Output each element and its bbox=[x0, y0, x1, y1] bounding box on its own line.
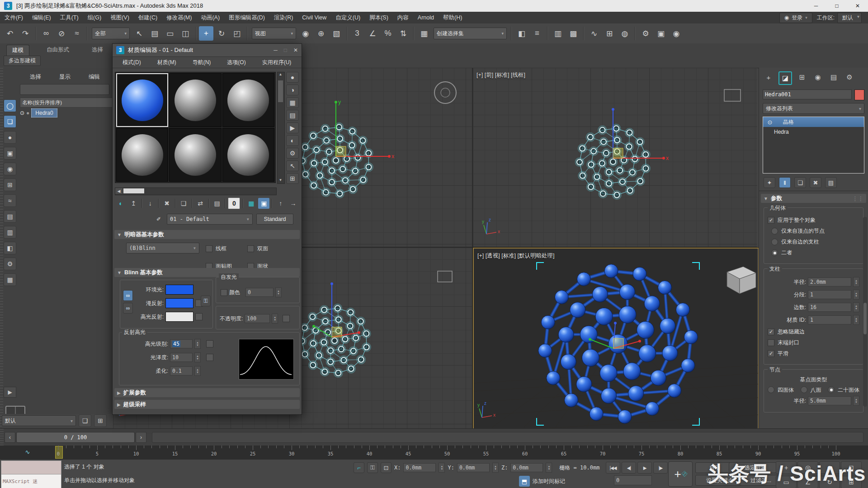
show-end-result-button[interactable]: ▣ bbox=[258, 198, 269, 209]
med-minimize-button[interactable]: ─ bbox=[274, 47, 278, 53]
slots-horizontal-scrollbar[interactable]: ◀ bbox=[115, 188, 277, 195]
soften-field[interactable]: 0.1 bbox=[170, 366, 193, 375]
put-to-library-button[interactable]: ▤ bbox=[212, 198, 223, 209]
rendered-frame-button[interactable]: ▣ bbox=[654, 26, 668, 41]
isolate-selection-toggle[interactable]: ⬒ bbox=[519, 476, 530, 487]
material-options-button[interactable]: ⚙ bbox=[286, 148, 299, 159]
render-setup-button[interactable]: ⚙ bbox=[638, 26, 653, 41]
tab-create[interactable]: + bbox=[763, 71, 774, 83]
explorer-row-hedra[interactable]: ⊙ ● Hedra0 bbox=[20, 108, 108, 117]
gloss-spinner[interactable]: ▲▼ bbox=[194, 352, 201, 362]
display-none-filter[interactable]: ◯ bbox=[4, 99, 16, 112]
previous-key-button[interactable]: ‹ bbox=[5, 432, 15, 443]
material-type-button[interactable]: Standard bbox=[256, 214, 293, 225]
sample-slot-1[interactable] bbox=[116, 73, 168, 127]
menu-item[interactable]: 动画(A) bbox=[196, 12, 224, 23]
checkbox-平滑[interactable]: ✓平滑 bbox=[768, 350, 859, 357]
object-color-swatch[interactable] bbox=[854, 89, 864, 100]
minimize-button[interactable]: ─ bbox=[806, 0, 826, 12]
display-groups-filter[interactable]: ▤ bbox=[4, 210, 16, 223]
display-xrefs-filter[interactable]: ▥ bbox=[4, 226, 16, 239]
select-and-link-button[interactable]: ∞ bbox=[39, 26, 53, 41]
radio-八面[interactable]: 八面 bbox=[801, 386, 821, 393]
diffuse-color-swatch[interactable] bbox=[165, 298, 193, 308]
material-id-spinner[interactable]: ▲▼ bbox=[853, 315, 859, 325]
show-end-result-toggle[interactable]: ‖ bbox=[779, 177, 791, 188]
sample-slot-3[interactable] bbox=[222, 73, 274, 127]
video-color-check-button[interactable]: ▶ bbox=[286, 122, 299, 133]
sides-spinner[interactable]: ▲▼ bbox=[853, 302, 859, 312]
go-to-parent-button[interactable]: ↑ bbox=[275, 198, 286, 209]
med-maximize-button[interactable]: □ bbox=[284, 47, 287, 53]
rectangular-selection-button[interactable]: ▭ bbox=[163, 26, 177, 41]
gloss-map-button[interactable] bbox=[206, 354, 213, 361]
viewport-perspective-active[interactable]: [+] [透视] [标准] [默认明暗处理] xyz bbox=[473, 248, 759, 430]
align-button[interactable]: ≡ bbox=[530, 26, 544, 41]
menu-item[interactable]: 导航(N) bbox=[188, 59, 216, 66]
menu-item[interactable]: 内容 bbox=[393, 12, 413, 23]
maximize-button[interactable]: □ bbox=[826, 0, 847, 12]
ambient-color-swatch[interactable] bbox=[165, 285, 193, 295]
set-key-big-button[interactable]: +⚿ bbox=[668, 461, 693, 487]
menu-item[interactable]: 自定义(U) bbox=[331, 12, 365, 23]
ambient-diffuse-lock-button[interactable]: ∞ bbox=[123, 290, 133, 301]
x-coordinate-field[interactable]: 0.0mm bbox=[403, 463, 436, 472]
ribbon-tab-建模[interactable]: 建模 bbox=[6, 45, 29, 56]
undo-button[interactable]: ↶ bbox=[3, 26, 17, 41]
opacity-map-button[interactable] bbox=[283, 315, 290, 322]
next-key-button[interactable]: › bbox=[136, 432, 146, 443]
y-coordinate-field[interactable]: 0.0mm bbox=[457, 463, 490, 472]
shader-type-dropdown[interactable]: (B)Blinn bbox=[126, 243, 199, 253]
checkbox-双面[interactable]: 双面 bbox=[247, 245, 287, 253]
timeline-grip[interactable] bbox=[0, 429, 4, 446]
explorer-pick-button[interactable]: ⊞ bbox=[94, 414, 107, 427]
checkbox-线框[interactable]: 线框 bbox=[206, 245, 245, 253]
x-spinner[interactable]: ▲▼ bbox=[439, 463, 445, 473]
close-button[interactable]: ✕ bbox=[847, 0, 868, 12]
soften-spinner[interactable]: ▲▼ bbox=[194, 366, 201, 376]
display-shapes-filter[interactable]: ❏ bbox=[4, 115, 16, 128]
selfillum-spinner[interactable]: ▲▼ bbox=[275, 287, 282, 297]
select-by-name-button[interactable]: ▤ bbox=[147, 26, 162, 41]
make-preview-button[interactable]: ◐ bbox=[286, 135, 299, 146]
menu-item[interactable]: 图形编辑器(D) bbox=[224, 12, 269, 23]
explorer-search-input[interactable] bbox=[20, 84, 109, 95]
angle-snap-button[interactable]: ∠ bbox=[365, 26, 380, 41]
spinner-snap-button[interactable]: ⇅ bbox=[396, 26, 410, 41]
supersampling-rollout[interactable]: ▶超级采样 bbox=[114, 400, 300, 409]
command-panel-scrollbar[interactable] bbox=[863, 217, 867, 407]
modifier-eye-icon[interactable]: ⊙ bbox=[766, 119, 774, 126]
menu-item[interactable]: 视图(V) bbox=[106, 12, 134, 23]
sample-slot-6[interactable] bbox=[222, 128, 274, 182]
blinn-rollout-header[interactable]: ▼Blinn 基本参数 bbox=[114, 268, 300, 277]
backlight-button[interactable]: ◑ bbox=[286, 84, 299, 95]
add-time-tag[interactable]: 添加时间标记 bbox=[533, 478, 565, 485]
gloss-field[interactable]: 10 bbox=[170, 353, 193, 362]
unlink-selection-button[interactable]: ⊘ bbox=[54, 26, 69, 41]
assign-to-selection-button[interactable]: ↓ bbox=[145, 198, 156, 209]
med-close-button[interactable]: ✕ bbox=[293, 47, 298, 53]
opacity-spinner[interactable]: ▲▼ bbox=[272, 314, 278, 324]
display-spacewarps-filter[interactable]: ≈ bbox=[4, 194, 16, 207]
sample-slot-4[interactable] bbox=[116, 128, 168, 182]
checkbox-忽略隐藏边[interactable]: ✓忽略隐藏边 bbox=[768, 328, 859, 336]
pivot-center-button[interactable]: ◉ bbox=[298, 26, 313, 41]
slots-vertical-scrollbar[interactable]: ▲ ▼ bbox=[277, 72, 285, 184]
go-to-start-button[interactable]: |◀◀ bbox=[606, 462, 620, 474]
time-slider-track[interactable] bbox=[152, 432, 863, 443]
strut-radius-spinner[interactable]: ▲▼ bbox=[853, 277, 859, 287]
material-id-button[interactable]: 0 bbox=[228, 197, 240, 209]
selfillum-field[interactable]: 0 bbox=[245, 288, 274, 297]
modifier-list-dropdown[interactable]: 修改器列表 bbox=[763, 103, 864, 114]
material-map-navigator-button[interactable]: ⊞ bbox=[286, 173, 299, 184]
mirror-button[interactable]: ◧ bbox=[514, 26, 529, 41]
play-button[interactable]: ▶ bbox=[637, 462, 652, 474]
dock-grip[interactable] bbox=[0, 68, 3, 428]
menu-item[interactable]: 选项(O) bbox=[222, 59, 250, 66]
checkbox-末端封口[interactable]: 末端封口 bbox=[768, 339, 859, 347]
next-frame-button[interactable]: |▶ bbox=[653, 462, 668, 474]
selection-lock-toggle[interactable]: ⚿ bbox=[367, 462, 378, 473]
render-production-button[interactable]: ◉ bbox=[669, 26, 684, 41]
apply-to-object-checkbox[interactable]: ✓应用于整个对象 bbox=[768, 216, 859, 224]
selection-region-icon[interactable]: ⌐ bbox=[354, 462, 364, 473]
